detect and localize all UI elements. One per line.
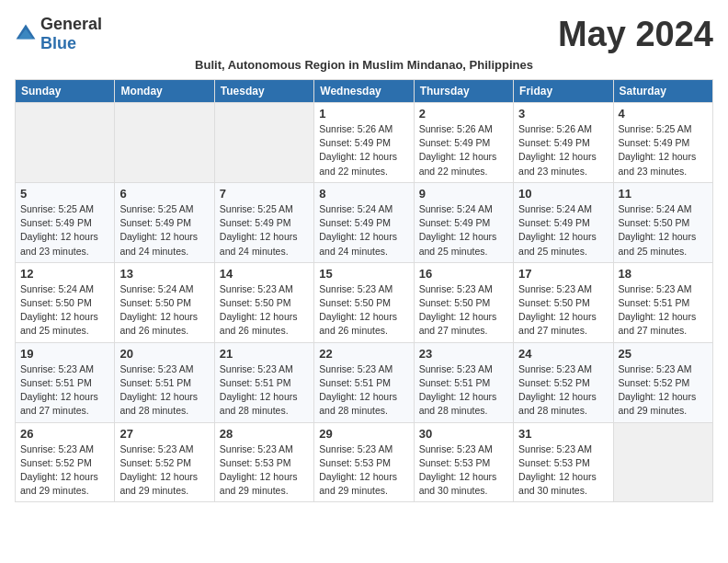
day-number: 22: [319, 347, 408, 361]
day-info: Sunrise: 5:25 AM Sunset: 5:49 PM Dayligh…: [119, 202, 209, 259]
calendar-cell: 6Sunrise: 5:25 AM Sunset: 5:49 PM Daylig…: [115, 182, 214, 262]
day-info: Sunrise: 5:24 AM Sunset: 5:49 PM Dayligh…: [419, 202, 508, 259]
calendar-cell: 17Sunrise: 5:23 AM Sunset: 5:50 PM Dayli…: [514, 262, 613, 342]
calendar-cell: 22Sunrise: 5:23 AM Sunset: 5:51 PM Dayli…: [314, 342, 414, 422]
day-info: Sunrise: 5:23 AM Sunset: 5:51 PM Dayligh…: [419, 362, 508, 419]
day-number: 3: [518, 107, 608, 121]
day-number: 9: [419, 187, 508, 201]
calendar-cell: 10Sunrise: 5:24 AM Sunset: 5:49 PM Dayli…: [514, 182, 613, 262]
day-number: 19: [20, 347, 109, 361]
calendar-week-row: 19Sunrise: 5:23 AM Sunset: 5:51 PM Dayli…: [16, 342, 713, 422]
day-number: 26: [20, 427, 109, 441]
calendar-cell: [613, 422, 712, 502]
day-info: Sunrise: 5:24 AM Sunset: 5:49 PM Dayligh…: [518, 202, 608, 259]
day-info: Sunrise: 5:23 AM Sunset: 5:52 PM Dayligh…: [20, 442, 109, 499]
day-info: Sunrise: 5:25 AM Sunset: 5:49 PM Dayligh…: [220, 202, 309, 259]
day-info: Sunrise: 5:24 AM Sunset: 5:50 PM Dayligh…: [119, 282, 209, 339]
day-number: 29: [319, 427, 408, 441]
calendar-cell: 8Sunrise: 5:24 AM Sunset: 5:49 PM Daylig…: [314, 182, 414, 262]
calendar-cell: 29Sunrise: 5:23 AM Sunset: 5:53 PM Dayli…: [314, 422, 414, 502]
day-info: Sunrise: 5:25 AM Sunset: 5:49 PM Dayligh…: [619, 122, 708, 178]
calendar-cell: 15Sunrise: 5:23 AM Sunset: 5:50 PM Dayli…: [314, 262, 414, 342]
page-header: General Blue May 2024: [15, 15, 713, 54]
day-info: Sunrise: 5:23 AM Sunset: 5:52 PM Dayligh…: [619, 362, 708, 419]
calendar-cell: 7Sunrise: 5:25 AM Sunset: 5:49 PM Daylig…: [214, 182, 313, 262]
day-number: 2: [419, 107, 508, 121]
calendar-cell: 3Sunrise: 5:26 AM Sunset: 5:49 PM Daylig…: [514, 103, 613, 183]
calendar-cell: 31Sunrise: 5:23 AM Sunset: 5:53 PM Dayli…: [514, 422, 613, 502]
calendar-table: SundayMondayTuesdayWednesdayThursdayFrid…: [15, 79, 713, 502]
day-info: Sunrise: 5:23 AM Sunset: 5:50 PM Dayligh…: [319, 282, 408, 339]
calendar-cell: 24Sunrise: 5:23 AM Sunset: 5:52 PM Dayli…: [514, 342, 613, 422]
calendar-cell: 14Sunrise: 5:23 AM Sunset: 5:50 PM Dayli…: [214, 262, 313, 342]
day-number: 27: [119, 427, 209, 441]
day-number: 10: [518, 187, 608, 201]
calendar-cell: 19Sunrise: 5:23 AM Sunset: 5:51 PM Dayli…: [16, 342, 115, 422]
day-number: 21: [220, 347, 309, 361]
day-header-wednesday: Wednesday: [314, 80, 414, 103]
calendar-cell: 11Sunrise: 5:24 AM Sunset: 5:50 PM Dayli…: [613, 182, 712, 262]
day-header-tuesday: Tuesday: [214, 80, 313, 103]
day-number: 31: [518, 427, 608, 441]
day-header-saturday: Saturday: [613, 80, 712, 103]
day-number: 28: [220, 427, 309, 441]
day-info: Sunrise: 5:24 AM Sunset: 5:50 PM Dayligh…: [20, 282, 109, 339]
day-info: Sunrise: 5:23 AM Sunset: 5:50 PM Dayligh…: [518, 282, 608, 339]
day-info: Sunrise: 5:23 AM Sunset: 5:51 PM Dayligh…: [619, 282, 708, 339]
calendar-cell: 25Sunrise: 5:23 AM Sunset: 5:52 PM Dayli…: [613, 342, 712, 422]
calendar-cell: 20Sunrise: 5:23 AM Sunset: 5:51 PM Dayli…: [115, 342, 214, 422]
day-info: Sunrise: 5:23 AM Sunset: 5:51 PM Dayligh…: [119, 362, 209, 419]
day-header-monday: Monday: [115, 80, 214, 103]
day-number: 15: [319, 267, 408, 281]
calendar-cell: 27Sunrise: 5:23 AM Sunset: 5:52 PM Dayli…: [115, 422, 214, 502]
day-number: 16: [419, 267, 508, 281]
day-info: Sunrise: 5:23 AM Sunset: 5:53 PM Dayligh…: [220, 442, 309, 499]
day-header-sunday: Sunday: [16, 80, 115, 103]
calendar-subtitle: Bulit, Autonomous Region in Muslim Minda…: [15, 58, 713, 72]
day-info: Sunrise: 5:23 AM Sunset: 5:50 PM Dayligh…: [419, 282, 508, 339]
day-info: Sunrise: 5:23 AM Sunset: 5:53 PM Dayligh…: [419, 442, 508, 499]
calendar-cell: [16, 103, 115, 183]
day-info: Sunrise: 5:24 AM Sunset: 5:49 PM Dayligh…: [319, 202, 408, 259]
calendar-cell: 21Sunrise: 5:23 AM Sunset: 5:51 PM Dayli…: [214, 342, 313, 422]
day-info: Sunrise: 5:23 AM Sunset: 5:51 PM Dayligh…: [319, 362, 408, 419]
day-info: Sunrise: 5:24 AM Sunset: 5:50 PM Dayligh…: [619, 202, 708, 259]
calendar-cell: 23Sunrise: 5:23 AM Sunset: 5:51 PM Dayli…: [414, 342, 513, 422]
calendar-cell: 9Sunrise: 5:24 AM Sunset: 5:49 PM Daylig…: [414, 182, 513, 262]
calendar-cell: [214, 103, 313, 183]
calendar-cell: [115, 103, 214, 183]
day-header-friday: Friday: [514, 80, 613, 103]
calendar-week-row: 1Sunrise: 5:26 AM Sunset: 5:49 PM Daylig…: [16, 103, 713, 183]
calendar-cell: 4Sunrise: 5:25 AM Sunset: 5:49 PM Daylig…: [613, 103, 712, 183]
month-title: May 2024: [558, 15, 713, 54]
day-number: 8: [319, 187, 408, 201]
calendar-cell: 5Sunrise: 5:25 AM Sunset: 5:49 PM Daylig…: [16, 182, 115, 262]
calendar-cell: 28Sunrise: 5:23 AM Sunset: 5:53 PM Dayli…: [214, 422, 313, 502]
day-info: Sunrise: 5:23 AM Sunset: 5:53 PM Dayligh…: [319, 442, 408, 499]
day-number: 20: [119, 347, 209, 361]
logo-general: General: [40, 15, 102, 33]
calendar-cell: 2Sunrise: 5:26 AM Sunset: 5:49 PM Daylig…: [414, 103, 513, 183]
day-number: 30: [419, 427, 508, 441]
calendar-week-row: 26Sunrise: 5:23 AM Sunset: 5:52 PM Dayli…: [16, 422, 713, 502]
day-number: 24: [518, 347, 608, 361]
day-number: 11: [619, 187, 708, 201]
day-number: 14: [220, 267, 309, 281]
calendar-cell: 18Sunrise: 5:23 AM Sunset: 5:51 PM Dayli…: [613, 262, 712, 342]
day-number: 12: [20, 267, 109, 281]
day-number: 23: [419, 347, 508, 361]
calendar-cell: 1Sunrise: 5:26 AM Sunset: 5:49 PM Daylig…: [314, 103, 414, 183]
day-info: Sunrise: 5:23 AM Sunset: 5:52 PM Dayligh…: [518, 362, 608, 419]
day-info: Sunrise: 5:26 AM Sunset: 5:49 PM Dayligh…: [319, 122, 408, 178]
calendar-cell: 12Sunrise: 5:24 AM Sunset: 5:50 PM Dayli…: [16, 262, 115, 342]
day-number: 13: [119, 267, 209, 281]
calendar-cell: 26Sunrise: 5:23 AM Sunset: 5:52 PM Dayli…: [16, 422, 115, 502]
day-number: 1: [319, 107, 408, 121]
day-number: 6: [119, 187, 209, 201]
day-number: 25: [619, 347, 708, 361]
day-number: 7: [220, 187, 309, 201]
day-number: 18: [619, 267, 708, 281]
day-info: Sunrise: 5:23 AM Sunset: 5:51 PM Dayligh…: [20, 362, 109, 419]
logo-blue: Blue: [40, 34, 76, 52]
calendar-header-row: SundayMondayTuesdayWednesdayThursdayFrid…: [16, 80, 713, 103]
